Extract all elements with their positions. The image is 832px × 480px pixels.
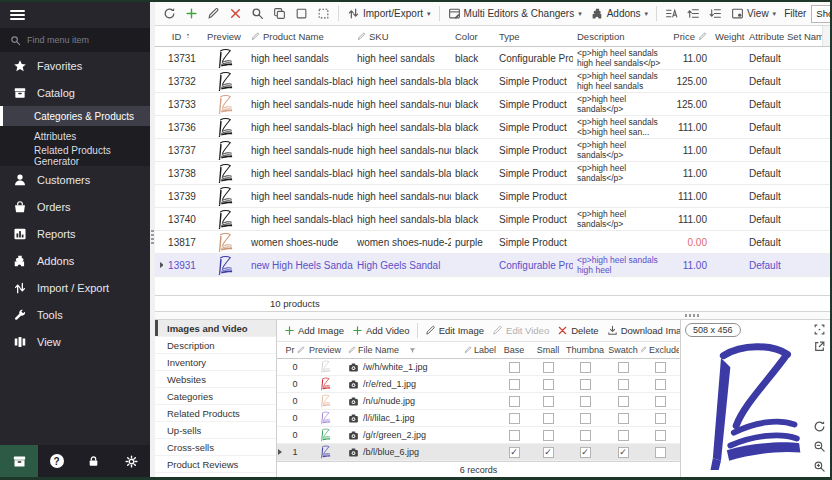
column-header-attribute-set[interactable]: Attribute Set Name	[745, 26, 822, 46]
image-row[interactable]: 1 /b/l/blue_6.jpg	[277, 444, 680, 461]
product-row[interactable]: 13739 high heel sandals-nude-37 high hee…	[155, 185, 830, 208]
refresh-button[interactable]	[160, 5, 179, 22]
view-menu[interactable]: View▾	[728, 5, 779, 22]
small-checkbox[interactable]	[543, 447, 554, 458]
addons-menu[interactable]: Addons▾	[588, 5, 651, 22]
scrollbar-track[interactable]	[822, 26, 830, 46]
swatch-checkbox[interactable]	[618, 396, 629, 407]
base-checkbox[interactable]	[509, 430, 520, 441]
edit-product-button[interactable]	[204, 5, 223, 22]
swatch-checkbox[interactable]	[618, 447, 629, 458]
image-row[interactable]: 0 /r/e/red_1.jpg	[277, 376, 680, 393]
tab-description[interactable]: Description	[155, 337, 276, 354]
copy-button[interactable]	[270, 5, 289, 22]
thumbnail-checkbox[interactable]	[580, 413, 591, 424]
sidebar-item-addons[interactable]: Addons	[0, 247, 150, 274]
base-checkbox[interactable]	[509, 379, 520, 390]
small-checkbox[interactable]	[543, 379, 554, 390]
sidebar-item-favorites[interactable]: Favorites	[0, 52, 150, 79]
swatch-checkbox[interactable]	[618, 362, 629, 373]
search-button[interactable]	[248, 5, 267, 22]
column-header-product-name[interactable]: Product Name	[247, 26, 353, 46]
exclude-checkbox[interactable]	[655, 396, 666, 407]
tab-cross-sells[interactable]: Cross-sells	[155, 439, 276, 456]
filter-select[interactable]: Show products from selected categories▾	[811, 5, 830, 23]
select-button[interactable]	[292, 5, 311, 22]
column-header-swatch[interactable]: Swatch	[605, 345, 641, 355]
column-header-preview[interactable]: Preview	[305, 345, 345, 355]
exclude-checkbox[interactable]	[655, 447, 666, 458]
product-row[interactable]: 13817 women shoes-nude women shoes-nude-…	[155, 231, 830, 254]
column-header-label[interactable]: Label	[461, 345, 497, 355]
column-header-description[interactable]: Description	[573, 26, 665, 46]
thumbnail-checkbox[interactable]	[580, 430, 591, 441]
column-header-small[interactable]: Small	[531, 345, 565, 355]
tab-product-reviews[interactable]: Product Reviews	[155, 456, 276, 473]
zoom-out-icon[interactable]	[813, 440, 826, 453]
tab-websites[interactable]: Websites	[155, 371, 276, 388]
column-header-exclude[interactable]: Exclude	[641, 345, 679, 355]
multi-editors-menu[interactable]: Multi Editors & Changers▾	[445, 5, 585, 22]
column-header-weight[interactable]: Weight	[711, 26, 745, 46]
base-checkbox[interactable]	[509, 447, 520, 458]
column-header-type[interactable]: Type	[495, 26, 573, 46]
tab-categories[interactable]: Categories	[155, 388, 276, 405]
paste-special-button[interactable]	[314, 5, 333, 22]
fullscreen-icon[interactable]	[813, 323, 826, 336]
image-row[interactable]: 0 /w/h/white_1.jpg	[277, 359, 680, 376]
delete-product-button[interactable]	[226, 5, 245, 22]
exclude-checkbox[interactable]	[655, 413, 666, 424]
sidebar-item-orders[interactable]: Orders	[0, 193, 150, 220]
product-row[interactable]: 13738 high heel sandals-black-37 high he…	[155, 162, 830, 185]
sidebar-item-customers[interactable]: Customers	[0, 166, 150, 193]
column-header-preview[interactable]: Preview	[201, 26, 247, 46]
product-row[interactable]: 13736 high heel sandals-black-36 high he…	[155, 116, 830, 139]
exclude-checkbox[interactable]	[655, 362, 666, 373]
product-row[interactable]: 13733 high heel sandals-nude high heel s…	[155, 93, 830, 116]
thumbnail-checkbox[interactable]	[580, 362, 591, 373]
sidebar-item-view[interactable]: View	[0, 328, 150, 355]
swatch-checkbox[interactable]	[618, 413, 629, 424]
store-button[interactable]	[0, 445, 38, 477]
add-video-button[interactable]: Add Video	[349, 323, 413, 338]
delete-image-button[interactable]: Delete	[554, 323, 601, 338]
horizontal-splitter[interactable]	[155, 312, 830, 319]
edit-video-button[interactable]: Edit Video	[489, 323, 552, 338]
small-checkbox[interactable]	[543, 413, 554, 424]
splitter-grip[interactable]	[151, 230, 154, 244]
add-image-button[interactable]: Add Image	[281, 323, 347, 338]
collapse-rows-button[interactable]	[706, 5, 725, 22]
thumbnail-checkbox[interactable]	[580, 379, 591, 390]
edit-image-button[interactable]: Edit Image	[422, 323, 487, 338]
expand-rows-button[interactable]	[684, 5, 703, 22]
lock-button[interactable]	[75, 445, 112, 477]
swatch-checkbox[interactable]	[618, 379, 629, 390]
rotate-refresh-icon[interactable]	[813, 420, 826, 433]
menu-search-input[interactable]	[27, 35, 127, 45]
column-header-price[interactable]: Price	[665, 26, 711, 46]
sidebar-item-import-export[interactable]: Import / Export	[0, 274, 150, 301]
column-header-id[interactable]: ID	[163, 26, 201, 46]
base-checkbox[interactable]	[509, 362, 520, 373]
download-image-button[interactable]: Download Image	[604, 323, 680, 338]
tab-images-and-video[interactable]: Images and Video	[155, 320, 276, 337]
base-checkbox[interactable]	[509, 413, 520, 424]
small-checkbox[interactable]	[543, 396, 554, 407]
product-row[interactable]: 13737 high heel sandals-nude-36 high hee…	[155, 139, 830, 162]
splitter-grip[interactable]	[685, 314, 701, 317]
product-row[interactable]: 13740 high heel sandals-black-38 high he…	[155, 208, 830, 231]
preview-image-area[interactable]	[681, 337, 830, 477]
exclude-checkbox[interactable]	[655, 430, 666, 441]
image-row[interactable]: 0 /n/u/nude.jpg	[277, 393, 680, 410]
column-header-base[interactable]: Base	[497, 345, 531, 355]
help-button[interactable]: ?	[38, 445, 75, 477]
hamburger-menu-icon[interactable]	[10, 8, 25, 22]
small-checkbox[interactable]	[543, 362, 554, 373]
base-checkbox[interactable]	[509, 396, 520, 407]
column-header-color[interactable]: Color	[451, 26, 495, 46]
exclude-checkbox[interactable]	[655, 379, 666, 390]
open-external-icon[interactable]	[813, 340, 826, 353]
sidebar-item-related-products-generator[interactable]: Related Products Generator	[0, 146, 150, 166]
tab-inventory[interactable]: Inventory	[155, 354, 276, 371]
settings-button[interactable]	[113, 445, 150, 477]
